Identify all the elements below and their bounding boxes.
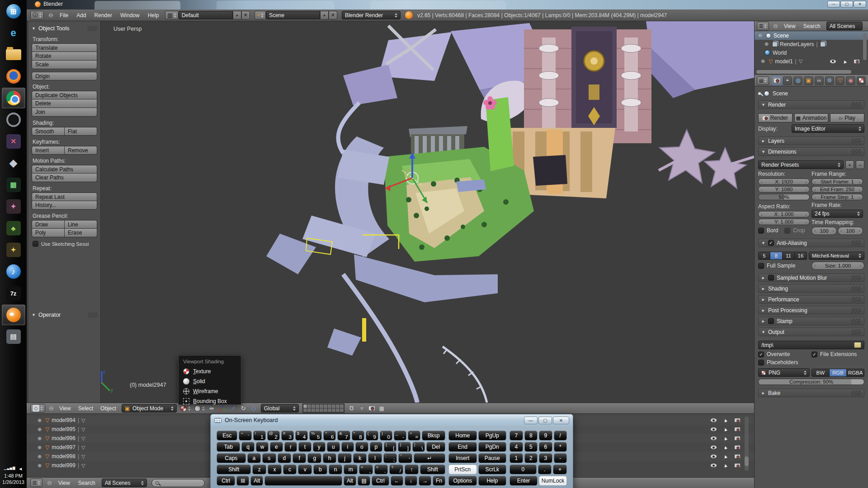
menu-view[interactable]: View [782,23,797,29]
layer-cell[interactable] [328,408,331,412]
tab-texture[interactable] [857,76,866,85]
menu-help[interactable]: Help [146,12,161,19]
layer-cell[interactable] [340,408,344,412]
visibility-eye-icon[interactable] [711,464,717,467]
section-dimensions-header[interactable]: ▼ Dimensions [758,147,864,156]
key-numlock[interactable]: NumLock [539,476,567,486]
menu-search[interactable]: Search [802,23,822,29]
tool-button-scale[interactable]: Scale [32,61,97,69]
key-space[interactable] [264,476,342,486]
tool-button-clear-paths[interactable]: Clear Paths [32,174,97,182]
search-input[interactable] [151,479,205,487]
channel-bw[interactable]: BW [811,369,830,377]
selectability-cursor-icon[interactable]: ▲ [722,444,728,450]
taskbar-icon-3d-app[interactable]: ◆ [2,153,25,174]
key-7[interactable]: 7 [509,431,523,441]
minimize-button[interactable]: — [827,1,840,8]
layer-cell[interactable] [336,404,340,408]
section-post-processing-header[interactable]: ►Post Processing [758,306,864,314]
tool-button-history-[interactable]: History... [32,201,97,210]
section-performance-header[interactable]: ►Performance [758,295,864,304]
manipulator-scale-icon[interactable]: ◇ [250,405,257,412]
preset-add-button[interactable]: + [845,160,854,169]
shading-option-wireframe[interactable]: Wireframe [179,386,241,396]
taskbar-icon-firefox[interactable] [2,66,25,87]
tab-constraints[interactable]: ∞ [815,76,824,85]
key-options[interactable]: Options [448,476,477,486]
section-bake-header[interactable]: ► Bake [758,389,864,397]
key-q[interactable]: q [241,442,254,452]
key-shift[interactable]: Shift [420,465,445,474]
layer-cell[interactable] [311,408,315,412]
shading-option-solid[interactable]: Solid [179,376,241,386]
tool-button-duplicate-objects[interactable]: Duplicate Objects [32,91,97,99]
render-presets-dropdown[interactable]: Render Presets [758,160,844,169]
key-a[interactable]: a [247,453,261,463]
tool-button-calculate-paths[interactable]: Calculate Paths [32,165,97,174]
taskbar-icon-folder[interactable] [2,44,25,65]
section-antialiasing-header[interactable]: ▼ ✓ Anti-Aliasing [758,239,864,247]
key-r[interactable]: r [284,442,297,452]
section-sampled-motion-blur-header[interactable]: ►Sampled Motion Blur [758,273,864,282]
menu-select[interactable]: Select [76,405,95,412]
collapse-menus-icon[interactable]: ⊖ [48,12,53,19]
section-output-header[interactable]: ▼ Output [758,328,864,336]
layer-cell[interactable] [324,404,327,408]
key-ctrl[interactable]: Ctrl [372,476,389,486]
tool-button-delete[interactable]: Delete [32,99,97,108]
shading-option-texture[interactable]: Texture [179,366,241,376]
tool-button-join[interactable]: Join [32,108,97,117]
key-scrlk[interactable]: ScrLk [478,465,507,474]
mode-dropdown[interactable]: ▣ Object Mode [122,404,177,413]
pin-icon[interactable] [758,92,761,95]
tool-button-origin[interactable]: Origin [32,72,97,80]
opengl-render-icon[interactable] [369,406,375,410]
layer-cell[interactable] [328,404,331,408]
network-icon[interactable]: ▁▃▅▇ [4,466,16,471]
frame-step-field[interactable]: ‹Frame Step: 1› [811,194,863,200]
key-3[interactable]: #3 [281,431,294,441]
menu-render[interactable]: Render [93,12,114,19]
menu-object[interactable]: Object [99,405,118,412]
editor-type-button[interactable]: ☰ [757,22,769,30]
expand-icon[interactable]: ⊕ [38,418,43,423]
key-8[interactable]: *8 [352,431,364,441]
snap-magnet-icon[interactable]: Ω [348,405,355,412]
key-alt[interactable]: Alt [344,476,356,486]
osk-close-button[interactable]: ✕ [553,417,569,424]
tab-render[interactable] [772,76,781,85]
crop-checkbox[interactable] [784,228,790,234]
key-c[interactable]: c [283,465,297,474]
selectability-cursor-icon[interactable]: ▲ [722,435,728,441]
selectability-cursor-icon[interactable]: ▲ [722,462,728,469]
tab-object[interactable]: ▣ [804,76,813,85]
key-bksp[interactable]: Bksp [422,431,445,441]
layer-cell[interactable] [311,404,315,408]
taskbar-icon-music-app[interactable]: ♪ [2,261,25,282]
key-sym[interactable]: <, [359,465,373,474]
taskbar-icon-password-key[interactable]: ✦ [2,239,25,260]
resolution-y-field[interactable]: ‹Y: 1080› [758,186,810,192]
layer-cell[interactable] [332,404,335,408]
taskbar-icon-image-viewer[interactable]: ✕ [2,131,25,152]
collapse-icon[interactable]: ⊖ [758,33,764,38]
layers-grid[interactable] [302,404,344,413]
key-i[interactable]: i [341,442,354,452]
key-p[interactable]: p [370,442,382,452]
key-6[interactable]: 6 [539,442,552,452]
section-render-header[interactable]: ▼ Render [758,100,864,109]
selectability-cursor-icon[interactable]: ▲ [841,58,848,65]
key-pgup[interactable]: PgUp [478,431,507,441]
visibility-eye-icon[interactable] [711,418,717,422]
key-h[interactable]: h [323,453,336,463]
horizontal-scrollbar[interactable] [756,70,851,74]
section-shading-header[interactable]: ►Shading [758,284,864,293]
key-5[interactable]: %5 [309,431,322,441]
layer-cell[interactable] [316,404,319,408]
aspect-y-field[interactable]: ‹Y: 1.000› [758,219,810,225]
3d-viewport[interactable]: User Persp x z y (0) model2947 [27,21,754,403]
collapse-menus-icon[interactable]: ⊖ [773,23,778,29]
outliner-item-model1[interactable]: ⊕ ▽ model1 | ▽ ▲ [755,57,868,66]
key-1[interactable]: 1 [509,453,523,463]
key-t[interactable]: t [298,442,311,452]
